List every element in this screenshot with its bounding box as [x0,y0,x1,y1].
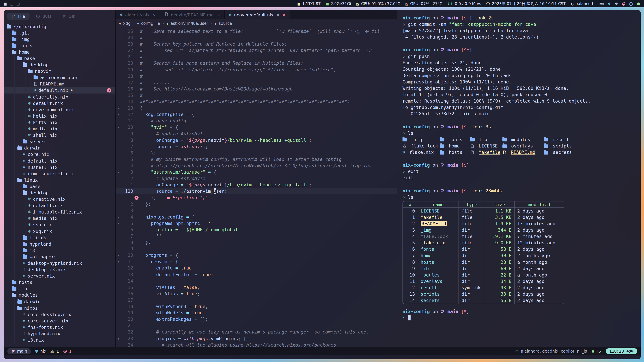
tree-item-desktop-hyprland.nix[interactable]: ❄desktop-hyprland.nix [4,260,116,266]
nix-file-icon: ❄ [28,229,30,233]
tree-item-i3.nix[interactable]: ❄i3.nix [4,337,116,343]
code-line: ▾12 xdg.configFile = { [116,111,397,118]
tree-item-~/nix-config[interactable]: ~/nix-config [4,23,116,29]
tree-item-media.nix[interactable]: ❄media.nix [4,215,116,222]
tree-item-base[interactable]: base [4,183,116,190]
bluetooth-icon[interactable] [607,1,611,6]
nix-file-icon: ❄ [120,12,123,17]
editor-pane[interactable]: ❄alacritty.nix×neovim/README.md×❄neovim/… [116,10,397,347]
workspace-2[interactable]: ▢ [10,1,14,6]
table-row: 13scriptsdir38 B2 days ago [403,291,564,297]
ls-entry-flake.lock: flake.lock [402,143,440,149]
tree-item-server.nix[interactable]: ❄server.nix [4,273,116,279]
app-icon-blue[interactable] [629,1,633,6]
tree-item-desktop-i3.nix[interactable]: ❄desktop-i3.nix [4,266,116,273]
tree-item-darwin[interactable]: darwin [4,145,116,151]
tree-item-fhs-fonts.nix[interactable]: ❄fhs-fonts.nix [4,324,116,330]
tree-item-neovim[interactable]: neovim [4,68,116,74]
code-line: 19# sed -ri "s/pattern_str/replace_str/g… [116,66,397,73]
buffer-tab-alacritty.nix[interactable]: ❄alacritty.nix× [116,10,160,19]
tree-item-fonts[interactable]: fonts [4,42,116,49]
tree-item-helix.nix[interactable]: ❄helix.nix [4,113,116,119]
tree-item-lib[interactable]: lib [4,286,116,292]
tree-item-hosts[interactable]: hosts [4,279,116,286]
tree-item-i3[interactable]: i3 [4,247,116,254]
tree-item-kitty.nix[interactable]: ❄kitty.nix [4,119,116,125]
folder-open-icon [18,179,22,182]
tree-item-hyprland[interactable]: hyprland [4,241,116,247]
code-line: 4 # https://github.com/AstroNvim/AstroNv… [116,163,397,169]
workspace-1[interactable]: ▣ [3,1,7,6]
symbol-icon: ◆ [119,22,121,25]
code-area[interactable]: 25# Save the selected text to a file: `:… [116,27,397,347]
nix-file-icon: ❄ [28,222,30,227]
tree-item-default.nix[interactable]: ❄default.nix [4,100,116,106]
tree-item-core-desktop.nix[interactable]: ❄core-desktop.nix [4,311,116,318]
tree-item-core-server.nix[interactable]: ❄core-server.nix [4,318,116,324]
notification-icon[interactable] [622,1,626,6]
tree-item-creative.nix[interactable]: ❄creative.nix [4,196,116,202]
tree-item-fcitx5[interactable]: fcitx5 [4,234,116,241]
tree-item-ssh.nix[interactable]: ❄ssh.nix [4,222,116,228]
tree-item-.git[interactable]: .git [4,29,116,36]
tree-item-default.nix[interactable]: ❄default.nix [4,202,116,209]
close-icon[interactable]: × [282,12,286,17]
error-count[interactable]: 1 [63,349,72,354]
symbol-icon: ◆ [214,22,216,25]
tree-item-development.nix[interactable]: ❄development.nix [4,106,116,113]
tree-item-darwin[interactable]: darwin [4,298,116,305]
tree-item-desktop[interactable]: desktop [4,61,116,68]
tree-item-immutable-file.nix[interactable]: ❄immutable-file.nix [4,209,116,215]
breadcrumb-configFile[interactable]: ◆configFile [137,21,160,26]
explorer-tab-file[interactable]: File [8,13,30,20]
tree-item-wallpapers[interactable]: wallpapers [4,254,116,260]
ls-entry-hosts: hosts [440,149,470,156]
tree-item-rime-squirrel.nix[interactable]: ❄rime-squirrel.nix [4,170,116,177]
tree-item-media.nix[interactable]: ❄media.nix [4,125,116,132]
tree-item-default.nix[interactable]: ❄default.nix●✗ [4,87,116,93]
close-icon[interactable]: × [217,12,220,17]
tree-item-nushell.nix[interactable]: ❄nushell.nix [4,164,116,170]
tree-item-home[interactable]: home [4,49,116,55]
ls-entry-Makefile: Makefile [470,149,502,156]
tree-item-README.md[interactable]: README.md [4,81,116,87]
tree-item-xdg.nix[interactable]: ❄xdg.nix [4,228,116,234]
tree-item-nixos[interactable]: nixos [4,305,116,311]
chevron-right-icon: › [162,21,164,26]
tree-item-linux[interactable]: linux [4,177,116,183]
warning-count[interactable]: 1 [50,349,59,354]
file-icon [470,150,474,155]
tree-item-shell.nix[interactable]: ❄shell.nix [4,132,116,138]
tree-item-_img[interactable]: _img [4,36,116,42]
app-icon-green[interactable] [636,1,641,6]
tree-item-hyprland.nix[interactable]: ❄hyprland.nix [4,330,116,337]
code-line: 25# Save the selected text to a file: `:… [116,28,397,34]
tree-item-desktop[interactable]: desktop [4,190,116,196]
table-row: 4flake.lockfile19.1 KB7 minutes ago [403,233,564,240]
workspace-3[interactable]: ▢ [16,1,20,6]
tree-item-base[interactable]: base [4,55,116,61]
desktop: ▣▢▢ ▣1.1T/1.8T▦2.9Gi/31Gi▩CPU: 01.5%+37.… [0,0,644,362]
close-icon[interactable]: × [152,12,156,17]
volume-icon[interactable] [614,1,618,6]
tree-item-core.nix[interactable]: ❄core.nix [4,151,116,158]
git-branch-indicator[interactable]: main [8,348,31,354]
buffer-tab-neovim/default.nix[interactable]: ❄neovim/default.nix●× [224,10,290,19]
ls-entry-README.md: README.md [502,149,544,156]
explorer-tab-git[interactable]: Git [58,13,79,20]
explorer-tab-bufs[interactable]: Bufs [32,13,56,20]
breadcrumb-xdg[interactable]: ◆xdg [119,21,131,26]
breadcrumb-astronvim/lua/user[interactable]: ◆astronvim/lua/user [166,21,208,26]
tree-item-server[interactable]: server [4,138,116,145]
ls-entry-result: result [544,136,594,143]
ls-entry-LICENSE: LICENSE [470,143,502,149]
keyboard-icon[interactable] [600,1,604,6]
tree-item-alacritty.nix[interactable]: ❄alacritty.nix [4,93,116,100]
neovim-window: FileBufsGit ~/nix-config.git_imgfontshom… [4,10,641,359]
tree-item-default.nix[interactable]: ❄default.nix [4,158,116,164]
breadcrumb-source[interactable]: ◆source [214,21,232,26]
tree-item-modules[interactable]: modules [4,292,116,298]
tree-item-astronvim_user[interactable]: astronvim_user [4,74,116,81]
terminal-pane[interactable]: nix-config on main [$!] took 2s› git com… [397,10,641,347]
buffer-tab-neovim/README.md[interactable]: neovim/README.md× [160,10,224,19]
